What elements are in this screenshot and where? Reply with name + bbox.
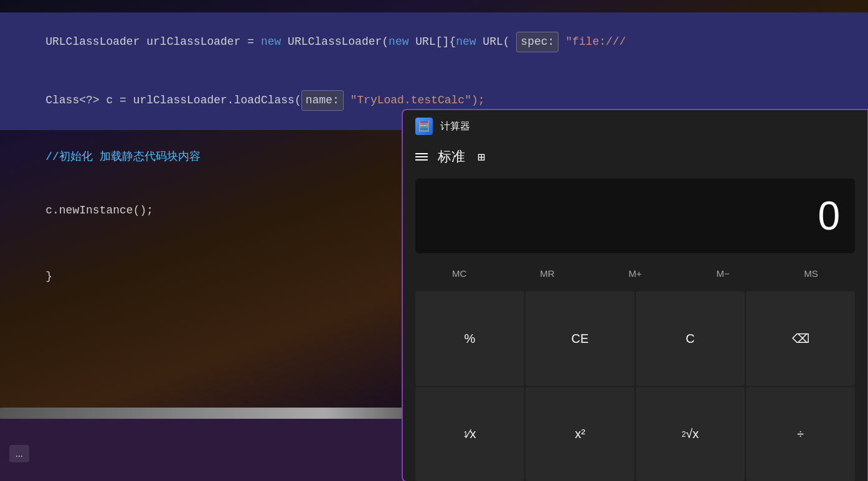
calc-title: 计算器 [440, 120, 470, 133]
memory-subtract-button[interactable]: M− [679, 263, 767, 284]
calc-mode-icon: ⊞ [478, 149, 485, 165]
code-text: Class<?> c = urlClassLoader.loadClass( [45, 94, 301, 106]
code-text: URLClassLoader( [281, 35, 389, 48]
code-text: c.newInstance(); [45, 204, 153, 217]
divide-button[interactable]: ÷ [746, 387, 855, 481]
code-string: "file:/// [559, 35, 626, 48]
calc-button-grid: % CE C ⌫ 1⁄x x² 2√x ÷ [403, 289, 867, 481]
code-line-1: URLClassLoader urlClassLoader = new URLC… [0, 12, 868, 71]
code-text: URL( [476, 35, 517, 48]
calculator-window: 🧮 计算器 标准 ⊞ 0 MC MR M+ M− MS % CE C ⌫ 1⁄x… [402, 109, 868, 481]
hamburger-menu-icon[interactable] [415, 153, 428, 161]
menu-line [415, 156, 428, 157]
dots-button[interactable]: ... [9, 445, 29, 462]
code-keyword: new [261, 35, 281, 48]
ce-button[interactable]: CE [526, 291, 634, 386]
memory-recall-button[interactable]: MR [503, 263, 591, 284]
calc-memory-row: MC MR M+ M− MS [403, 263, 867, 289]
menu-line [415, 153, 428, 154]
memory-clear-button[interactable]: MC [415, 263, 503, 284]
code-highlight-name: name: [301, 90, 344, 111]
calc-mode-bar: 标准 ⊞ [403, 142, 867, 179]
code-highlight-spec: spec: [516, 32, 559, 52]
clear-button[interactable]: C [636, 291, 745, 386]
calc-display: 0 [415, 179, 855, 253]
code-keyword: new [456, 35, 476, 48]
square-button[interactable]: x² [526, 387, 634, 481]
bottom-panel: ... [0, 419, 405, 481]
code-keyword: new [389, 35, 408, 48]
calc-titlebar: 🧮 计算器 [403, 110, 867, 142]
memory-add-button[interactable]: M+ [591, 263, 679, 284]
code-text: URLClassLoader urlClassLoader = [45, 35, 261, 48]
calc-mode-label: 标准 [438, 147, 465, 166]
calc-display-value: 0 [818, 193, 840, 239]
code-string: "TryLoad.testCalc"); [344, 94, 485, 106]
memory-store-button[interactable]: MS [767, 263, 855, 284]
reciprocal-button[interactable]: 1⁄x [415, 387, 524, 481]
sqrt-button[interactable]: 2√x [636, 387, 745, 481]
percent-button[interactable]: % [415, 291, 524, 386]
code-text: } [45, 270, 52, 283]
scrollbar[interactable] [0, 408, 405, 419]
menu-line [415, 159, 428, 161]
calc-app-icon: 🧮 [415, 118, 433, 135]
code-comment: //初始化 加载静态代码块内容 [45, 151, 200, 163]
code-text: URL[]{ [409, 35, 456, 48]
backspace-button[interactable]: ⌫ [746, 291, 855, 386]
